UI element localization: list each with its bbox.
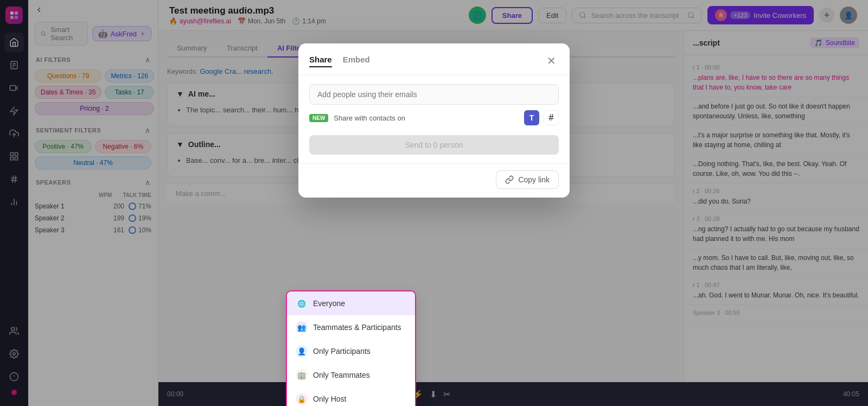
modal-footer: Copy link [298, 163, 570, 198]
modal-body: NEW Share with contacts on T # Send to 0… [298, 75, 570, 163]
new-badge: NEW [309, 114, 328, 122]
copy-link-label: Copy link [518, 175, 550, 184]
contacts-icons: T # [524, 110, 559, 125]
only-teammates-label: Only Teammates [313, 371, 370, 379]
contacts-row: NEW Share with contacts on T # [309, 105, 559, 131]
only-participants-icon: 👤 [296, 345, 308, 357]
contacts-label: Share with contacts on [334, 114, 405, 122]
app-container: Smart Search 🤖 AskFred ▼ AI FILTERS ∧ Qu… [0, 0, 868, 406]
everyone-icon: 🌐 [296, 297, 308, 309]
only-participants-label: Only Participants [313, 347, 371, 356]
copy-link-button[interactable]: Copy link [496, 170, 559, 189]
teammates-participants-icon: 👥 [296, 321, 308, 333]
modal-overlay[interactable]: Share Embed ✕ NEW Share with contacts on… [0, 0, 868, 406]
send-button[interactable]: Send to 0 person [309, 135, 559, 155]
dropdown-only-teammates[interactable]: 🏢 Only Teammates [287, 363, 415, 387]
dropdown-everyone[interactable]: 🌐 Everyone [287, 291, 415, 315]
modal-tab-share[interactable]: Share [309, 55, 332, 67]
only-teammates-icon: 🏢 [296, 369, 308, 381]
modal-close-button[interactable]: ✕ [544, 53, 559, 68]
only-host-icon: 🔒 [296, 393, 308, 405]
only-host-label: Only Host [313, 395, 346, 403]
modal-header: Share Embed ✕ [298, 43, 570, 75]
dropdown-only-host[interactable]: 🔒 Only Host [287, 387, 415, 406]
modal-tab-embed[interactable]: Embed [343, 55, 370, 67]
share-modal: Share Embed ✕ NEW Share with contacts on… [298, 43, 570, 198]
email-input[interactable] [309, 84, 559, 105]
teams-icon[interactable]: T [524, 110, 539, 125]
dropdown-teammates-participants[interactable]: 👥 Teammates & Participants [287, 315, 415, 339]
dropdown-only-participants[interactable]: 👤 Only Participants [287, 339, 415, 363]
teammates-participants-label: Teammates & Participants [313, 323, 401, 332]
visibility-dropdown: 🌐 Everyone 👥 Teammates & Participants 👤 … [286, 290, 416, 406]
slack-icon[interactable]: # [544, 110, 559, 125]
modal-tabs: Share Embed [309, 55, 370, 67]
everyone-label: Everyone [313, 299, 345, 308]
